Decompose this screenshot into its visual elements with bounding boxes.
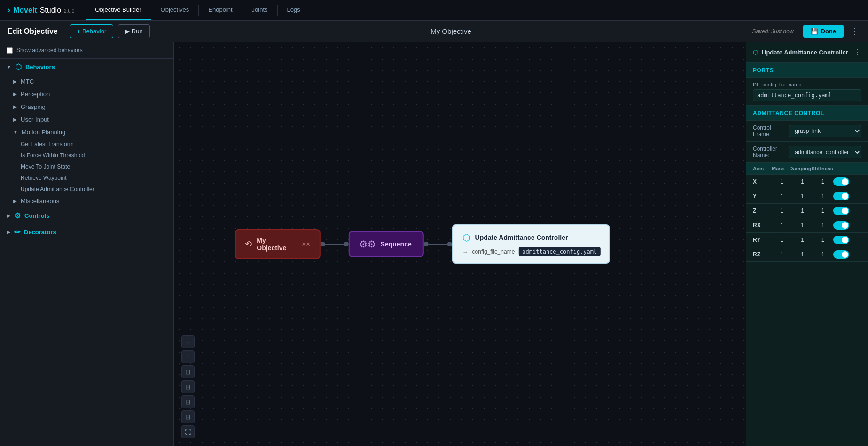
rp-more-button[interactable]: ⋮ [854,48,861,57]
update-node-title: Update Admittance Controller [475,234,568,241]
sidebar-subitem-move-to-joint-state[interactable]: Move To Joint State [0,161,173,172]
grid-v-button[interactable]: ⊟ [181,410,195,423]
nav-link-joints[interactable]: Joints [242,0,277,20]
decorators-label: Decorators [24,229,56,236]
show-advanced-behaviors-row: Show advanced behaviors [0,42,173,59]
sidebar-item-mtc[interactable]: ▶ MTC [0,75,173,88]
toggle-rz[interactable] [833,250,849,259]
flow-diagram: ⟲ My Objective ✕✕ ⚙⚙ Sequence [235,224,610,264]
control-frame-row: Control Frame: grasp_link [746,121,868,142]
axis-rx: RX [753,222,772,229]
mass-rz: 1 [772,251,792,258]
controller-name-select[interactable]: admittance_controller [789,146,861,158]
brand-logo: › MoveIt Studio 2.0.0 [8,5,74,15]
node-sequence[interactable]: ⚙⚙ Sequence [349,231,424,257]
brand-moveit-text: MoveIt [13,6,37,15]
axis-rz: RZ [753,251,772,258]
toolbar-more-button[interactable]: ⋮ [848,26,860,37]
fullscreen-button[interactable]: ⛶ [181,425,195,438]
decorators-icon: ✏ [14,228,20,237]
sidebar-subitem-get-latest-transform[interactable]: Get Latest Transform [0,138,173,150]
port-value: admittance_config.yaml [518,247,601,256]
controller-name-row: Controller Name: admittance_controller [746,142,868,163]
sidebar-subitem-is-force-within-threshold[interactable]: Is Force Within Threshold [0,150,173,161]
sidebar-item-grasping[interactable]: ▶ Grasping [0,100,173,113]
behaviors-group-header[interactable]: ▼ ⬡ Behaviors [0,59,173,75]
node-update-admittance[interactable]: ⬡ Update Admittance Controller → config_… [452,224,610,264]
motion-planning-label: Motion Planning [22,129,65,136]
show-advanced-checkbox[interactable] [7,47,13,54]
sidebar-item-miscellaneous[interactable]: ▶ Miscellaneous [0,195,173,208]
nav-link-endpoint[interactable]: Endpoint [199,0,242,20]
sidebar-item-motion-planning[interactable]: ▼ Motion Planning [0,126,173,138]
sidebar-subitem-update-admittance-controller[interactable]: Update Admittance Controller [0,184,173,195]
conn-dot-2 [344,242,349,246]
decorators-group-header[interactable]: ▶ ✏ Decorators [0,224,173,240]
control-frame-select[interactable]: grasp_link [789,125,861,137]
mass-y: 1 [772,193,792,200]
grid-h-button[interactable]: ⊞ [181,395,195,408]
zoom-out-button[interactable]: − [181,350,195,363]
ports-section-title: Ports [746,63,868,78]
stiffness-y: 1 [813,193,833,200]
canvas-controls: + − ⊡ ⊟ ⊞ ⊟ ⛶ [181,335,195,438]
toolbar: Edit Objective + Behavior ▶ Run My Objec… [0,21,868,42]
conn-line-2 [429,244,447,245]
page-title: Edit Objective [8,27,58,36]
canvas-area[interactable]: ⟲ My Objective ✕✕ ⚙⚙ Sequence [174,42,746,446]
objective-node-title: My Objective [257,237,297,252]
done-label: Done [821,28,837,35]
axis-ry: RY [753,237,772,243]
controls-label: Controls [24,212,49,219]
toggle-ry[interactable] [833,236,849,244]
add-behavior-button[interactable]: + Behavior [70,24,114,38]
behaviors-chevron: ▼ [7,64,11,69]
toggle-rx[interactable] [833,221,849,230]
damping-x: 1 [792,178,813,185]
nav-link-objective-builder[interactable]: Objective Builder [86,0,150,20]
sequence-node-title: Sequence [381,240,412,248]
brand-studio-text: Studio [40,6,61,15]
nav-link-logs[interactable]: Logs [278,0,310,20]
main-layout: Show advanced behaviors ▼ ⬡ Behaviors ▶ … [0,42,868,446]
sidebar-subitem-retrieve-waypoint[interactable]: Retrieve Waypoint [0,172,173,184]
col-toggle [833,166,861,171]
toggle-z[interactable] [833,207,849,215]
toggle-x[interactable] [833,177,849,186]
nav-link-objectives[interactable]: Objectives [151,0,199,20]
zoom-in-button[interactable]: + [181,335,195,348]
fit-h-button[interactable]: ⊡ [181,365,195,378]
is-force-within-threshold-label: Is Force Within Threshold [21,152,85,159]
toggle-y[interactable] [833,192,849,200]
col-stiffness: Stiffness [812,166,833,171]
table-row-y: Y 1 1 1 [746,189,868,204]
port-label: IN : config_file_name [753,82,861,87]
user-input-chevron: ▶ [13,117,17,122]
behaviors-icon: ⬡ [15,62,22,71]
node-objective[interactable]: ⟲ My Objective ✕✕ [235,229,320,259]
run-button[interactable]: ▶ Run [118,24,149,38]
save-icon: 💾 [811,28,818,35]
behaviors-group: ▼ ⬡ Behaviors ▶ MTC ▶ Perception ▶ Grasp… [0,59,173,208]
controls-group-header[interactable]: ▶ ⚙ Controls [0,208,173,224]
port-value-input[interactable] [753,89,861,101]
table-row-x: X 1 1 1 [746,175,868,189]
fit-v-button[interactable]: ⊟ [181,380,195,393]
perception-label: Perception [21,91,50,98]
mass-x: 1 [772,178,792,185]
sidebar-item-user-input[interactable]: ▶ User Input [0,113,173,126]
stiffness-rz: 1 [813,251,833,258]
axis-y: Y [753,193,772,200]
user-input-label: User Input [21,116,49,123]
saved-status: Saved: Just now [752,28,793,35]
brand-version: 2.0.0 [64,8,74,14]
table-row-rx: RX 1 1 1 [746,218,868,233]
update-port-row: → config_file_name admittance_config.yam… [462,247,600,256]
done-button[interactable]: 💾 Done [803,25,844,38]
sidebar-item-perception[interactable]: ▶ Perception [0,88,173,100]
decorators-group: ▶ ✏ Decorators [0,224,173,240]
grasping-chevron: ▶ [13,104,17,109]
get-latest-transform-label: Get Latest Transform [21,141,74,147]
mtc-chevron: ▶ [13,79,17,84]
port-arrow-icon: → [462,248,469,255]
